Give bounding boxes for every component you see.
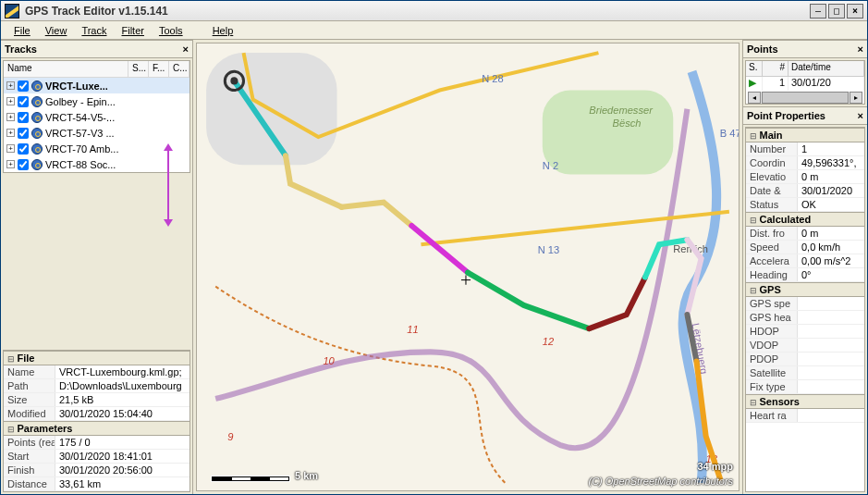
points-h-scrollbar[interactable]: ◂ ▸ xyxy=(748,92,862,104)
svg-text:Bësch: Bësch xyxy=(613,118,642,129)
points-close-icon[interactable]: × xyxy=(858,43,863,55)
col-f[interactable]: F... xyxy=(149,61,169,77)
file-section-header[interactable]: File xyxy=(4,351,189,365)
track-label: VRCT-88 Soc... xyxy=(45,159,116,170)
svg-text:9: 9 xyxy=(227,431,233,442)
svg-marker-2 xyxy=(164,219,173,227)
track-row[interactable]: +VRCT-54-V5-... xyxy=(4,109,189,125)
section-gps[interactable]: GPS xyxy=(746,282,864,297)
track-row[interactable]: +VRCT-88 Soc... xyxy=(4,156,189,172)
svg-text:Briedemesser: Briedemesser xyxy=(589,105,654,116)
tracks-close-icon[interactable]: × xyxy=(183,43,189,55)
menu-tools[interactable]: Tools xyxy=(152,23,190,38)
map-scale: 5 km xyxy=(212,470,318,481)
map-viewport[interactable]: 9 10 11 12 13 N 28 B 47 N 2 N 13 Briedem… xyxy=(196,43,740,491)
tracks-header: Tracks × xyxy=(1,40,192,58)
map-attribution: (C) OpenStreetMap contributors xyxy=(588,476,733,487)
map-canvas[interactable]: 9 10 11 12 13 N 28 B 47 N 2 N 13 Briedem… xyxy=(197,43,739,491)
scroll-right-icon[interactable]: ▸ xyxy=(850,92,862,104)
menu-track[interactable]: Track xyxy=(74,23,114,38)
track-icon xyxy=(31,159,43,170)
track-row[interactable]: +VRCT-70 Amb... xyxy=(4,141,189,156)
menu-view[interactable]: View xyxy=(38,23,75,38)
menu-filter[interactable]: Filter xyxy=(114,23,151,38)
file-properties: File NameVRCT-Luxembourg.kml.gp; PathD:\… xyxy=(3,350,190,492)
menu-file[interactable]: File xyxy=(6,23,38,38)
track-label: VRCT-70 Amb... xyxy=(45,143,118,155)
scroll-left-icon[interactable]: ◂ xyxy=(748,92,761,104)
point-properties: Main Number1 Coordin49,596331°, Elevatio… xyxy=(745,127,865,492)
svg-text:11: 11 xyxy=(407,324,418,335)
menu-help[interactable]: Help xyxy=(205,23,241,38)
close-button[interactable]: × xyxy=(847,4,863,19)
track-icon xyxy=(31,80,43,92)
track-icon xyxy=(31,128,43,139)
track-label: VRCT-57-V3 ... xyxy=(45,128,115,139)
svg-text:10: 10 xyxy=(323,355,335,366)
menubar: File View Track Filter Tools Help xyxy=(1,21,867,40)
point-props-header: Point Properties × xyxy=(743,106,867,125)
expand-icon[interactable]: + xyxy=(6,160,15,168)
expand-icon[interactable]: + xyxy=(6,113,15,121)
tracks-list: Name S... F... C... +VRCT-Luxe... +Golbe… xyxy=(3,60,190,173)
section-sensors[interactable]: Sensors xyxy=(746,394,864,409)
titlebar: GPS Track Editor v1.15.141 – □ × xyxy=(1,1,867,21)
points-list: S. # Date/time ▶ 1 30/01/20 ◂ ▸ xyxy=(745,60,865,105)
scroll-thumb[interactable] xyxy=(762,92,849,104)
svg-text:N 13: N 13 xyxy=(538,244,559,255)
flag-icon: ▶ xyxy=(746,77,763,91)
right-panel: Points × S. # Date/time ▶ 1 30/01/20 ◂ ▸… xyxy=(742,40,867,494)
track-row[interactable]: +VRCT-Luxe... xyxy=(4,78,189,93)
svg-point-19 xyxy=(230,77,238,84)
section-main[interactable]: Main xyxy=(746,128,864,142)
track-checkbox[interactable] xyxy=(18,96,29,107)
expand-icon[interactable]: + xyxy=(6,97,15,105)
expand-icon[interactable]: + xyxy=(6,81,15,90)
map-resolution: 34 mpp xyxy=(697,461,733,472)
track-checkbox[interactable] xyxy=(18,143,29,155)
point-row[interactable]: ▶ 1 30/01/20 xyxy=(746,77,864,91)
points-header: Points × xyxy=(743,40,867,58)
track-icon xyxy=(31,96,43,107)
app-title: GPS Track Editor v1.15.141 xyxy=(25,5,808,18)
track-checkbox[interactable] xyxy=(18,128,29,139)
svg-text:N 2: N 2 xyxy=(543,160,558,171)
track-label: Golbey - Epin... xyxy=(45,96,116,107)
tracks-columns: Name S... F... C... xyxy=(4,61,189,78)
col-s[interactable]: S... xyxy=(128,61,149,77)
maximize-button[interactable]: □ xyxy=(828,4,845,19)
col-name[interactable]: Name xyxy=(4,61,128,77)
col-datetime[interactable]: Date/time xyxy=(789,61,864,76)
track-checkbox[interactable] xyxy=(18,112,29,123)
col-index[interactable]: # xyxy=(763,61,789,76)
track-checkbox[interactable] xyxy=(18,159,29,170)
track-row[interactable]: +VRCT-57-V3 ... xyxy=(4,125,189,141)
section-calculated[interactable]: Calculated xyxy=(746,212,864,227)
svg-rect-4 xyxy=(543,91,673,175)
minimize-button[interactable]: – xyxy=(810,4,826,19)
track-icon xyxy=(31,143,43,155)
track-checkbox[interactable] xyxy=(18,80,29,92)
expand-icon[interactable]: + xyxy=(6,129,15,137)
app-icon xyxy=(5,4,19,19)
svg-text:B 47: B 47 xyxy=(720,128,739,139)
track-label: VRCT-54-V5-... xyxy=(45,112,115,123)
track-icon xyxy=(31,112,43,123)
expand-icon[interactable]: + xyxy=(6,144,15,153)
svg-text:12: 12 xyxy=(543,336,555,347)
params-section-header[interactable]: Parameters xyxy=(4,421,189,436)
track-row[interactable]: +Golbey - Epin... xyxy=(4,93,189,109)
track-label: VRCT-Luxe... xyxy=(45,80,108,92)
road-label: N 28 xyxy=(482,73,503,84)
point-props-close-icon[interactable]: × xyxy=(858,110,863,121)
col-c[interactable]: C... xyxy=(169,61,189,77)
scale-bar-icon xyxy=(212,476,289,481)
col-status[interactable]: S. xyxy=(746,61,763,76)
left-panel: Tracks × Name S... F... C... +VRCT-Luxe.… xyxy=(1,40,193,494)
